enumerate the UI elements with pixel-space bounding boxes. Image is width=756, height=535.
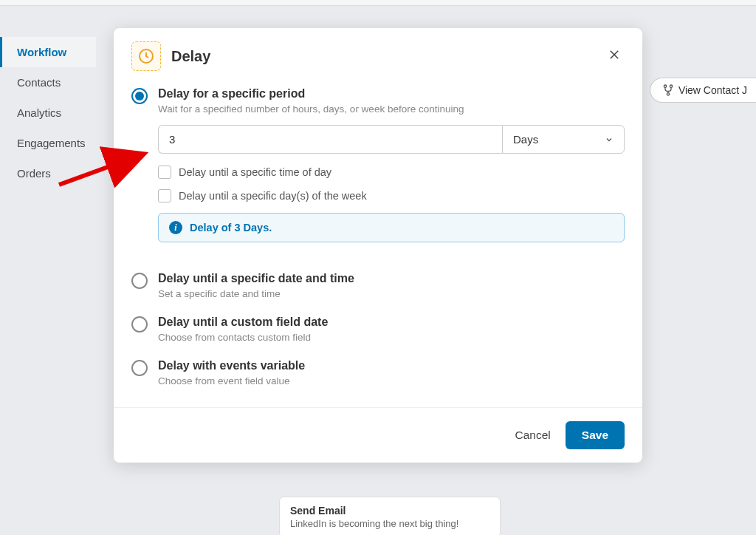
option-title-datetime: Delay until a specific date and time [158,272,625,285]
info-banner: i Delay of 3 Days. [158,213,625,242]
sidebar-item-orders[interactable]: Orders [0,158,96,188]
option-title-specific-period: Delay for a specific period [158,87,625,100]
option-desc-datetime: Set a specific date and time [158,288,625,299]
view-contact-label: View Contact J [678,84,747,96]
delay-unit-value: Days [513,133,538,146]
checkbox-label-time-of-day: Delay until a specific time of day [179,166,331,178]
workflow-step-card[interactable]: Send Email LinkedIn is becoming the next… [279,497,501,535]
delay-unit-select[interactable]: Days [502,125,625,154]
radio-specific-datetime[interactable] [131,273,148,289]
workflow-step-subtitle: LinkedIn is becoming the next big thing! [290,518,489,529]
clock-icon [131,41,161,71]
radio-custom-field[interactable] [131,316,148,333]
view-contact-journey-button[interactable]: View Contact J [650,78,756,103]
info-text: Delay of 3 Days. [190,222,272,234]
option-title-events-variable: Delay with events variable [158,359,625,372]
modal-title: Delay [171,48,210,65]
info-icon: i [169,221,182,234]
close-button[interactable] [604,46,625,67]
branch-icon [662,84,674,96]
delay-value-input[interactable] [158,125,502,154]
sidebar-item-analytics[interactable]: Analytics [0,98,96,128]
sidebar-item-engagements[interactable]: Engagements [0,128,96,158]
svg-point-0 [664,85,666,87]
sidebar-item-contacts[interactable]: Contacts [0,67,96,98]
checkbox-time-of-day[interactable] [158,166,171,179]
sidebar: Workflow Contacts Analytics Engagements … [0,6,96,535]
option-desc-specific-period: Wait for a specified number of hours, da… [158,103,625,115]
workflow-step-title: Send Email [290,505,489,517]
radio-specific-period[interactable] [131,88,148,104]
option-desc-events-variable: Choose from event field value [158,375,625,386]
svg-point-1 [670,85,672,87]
option-title-custom-field: Delay until a custom field date [158,316,625,329]
sidebar-item-workflow[interactable]: Workflow [0,37,96,67]
svg-point-2 [667,93,669,95]
close-icon [608,48,621,61]
cancel-button[interactable]: Cancel [515,429,551,442]
checkbox-label-day-of-week: Delay until a specific day(s) of the wee… [179,190,367,202]
top-bar [0,0,756,6]
chevron-down-icon [605,135,614,144]
option-desc-custom-field: Choose from contacts custom field [158,332,625,343]
checkbox-day-of-week[interactable] [158,189,171,202]
radio-events-variable[interactable] [131,360,148,376]
save-button[interactable]: Save [566,421,625,449]
delay-modal: Delay Delay for a specific period Wait f… [114,28,642,463]
